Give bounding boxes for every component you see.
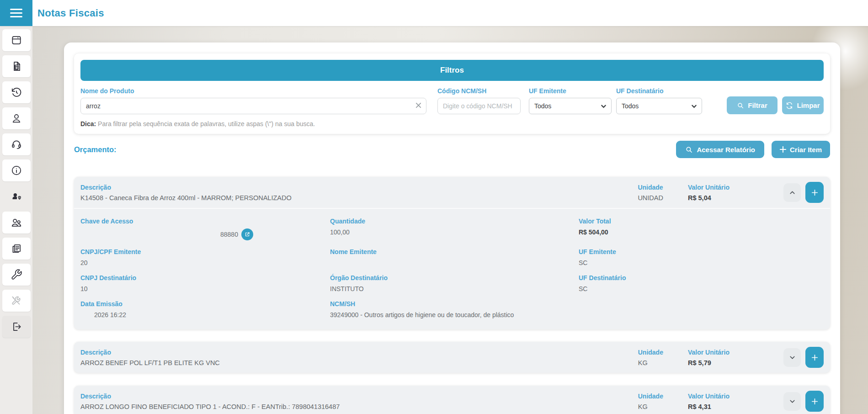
item-header: Descrição K14508 - Caneca Fibra de Arroz… [74, 177, 830, 208]
uf-destinatario-selected-value: Todos [622, 102, 639, 110]
search-icon [737, 102, 744, 109]
ncm-input[interactable] [437, 98, 521, 114]
expand-item-button[interactable] [783, 392, 801, 411]
item-unit: KG [638, 359, 663, 366]
item-description: ARROZ BENEF POL LF/T1 PB ELITE KG VNC [80, 359, 620, 366]
description-label: Descrição [80, 393, 620, 400]
sidebar-item-user[interactable] [2, 107, 31, 129]
pos-terminal-icon [11, 34, 22, 46]
product-label: Nome do Produto [80, 87, 426, 95]
uf-destinatario-select[interactable]: Todos [616, 98, 702, 114]
users-icon [11, 217, 22, 228]
filters-card: Filtros Nome do Produto Código NCM/SH [74, 53, 830, 134]
unit-price-label: Valor Unitário [688, 184, 730, 191]
cnpj-destinatario-value: 10 [80, 285, 330, 292]
cnpj-emitente-label: CNPJ/CPF Emitente [80, 248, 330, 255]
hint-prefix: Dica: [80, 120, 96, 127]
filter-hint: Dica: Para filtrar pela sequência exata … [80, 120, 824, 127]
close-icon [415, 102, 421, 108]
unit-label: Unidade [638, 393, 663, 400]
item-card: Descrição K14508 - Caneca Fibra de Arroz… [74, 177, 830, 329]
sidebar-item-tools[interactable] [2, 290, 31, 312]
uf-destinatario-field-group: UF Destinatário Todos [616, 87, 702, 114]
sidebar-item-history[interactable] [2, 81, 31, 103]
uf-emitente-detail-value: SC [579, 259, 824, 266]
user-icon [11, 112, 22, 124]
filters-title: Filtros [80, 60, 824, 81]
ncm-detail-label: NCM/SH [330, 300, 579, 308]
unit-label: Unidade [638, 184, 663, 191]
unit-price-label: Valor Unitário [688, 393, 730, 400]
sidebar-item-support[interactable] [2, 133, 31, 155]
item-header: Descrição ARROZ LONGO FINO BENEFICIADO T… [74, 386, 830, 414]
clear-product-button[interactable] [414, 102, 422, 110]
headset-icon [11, 138, 22, 150]
chave-acesso-value: 88880 [220, 231, 238, 238]
chevron-down-icon [788, 354, 796, 361]
sidebar-item-invoices[interactable] [2, 55, 31, 77]
create-item-button[interactable]: Criar Item [772, 141, 830, 158]
nome-emitente-label: Nome Emitente [330, 248, 579, 255]
external-link-icon [245, 232, 250, 237]
tools-icon [11, 295, 22, 307]
expand-item-button[interactable] [783, 348, 801, 367]
main-background: Filtros Nome do Produto Código NCM/SH [32, 26, 868, 414]
cnpj-emitente-value: 20 [80, 259, 330, 266]
sidebar-item-user-shield[interactable] [2, 186, 31, 207]
main-panel: Filtros Nome do Produto Código NCM/SH [64, 42, 840, 414]
add-item-button[interactable] [805, 347, 824, 368]
add-item-button[interactable] [805, 182, 824, 203]
access-report-button[interactable]: Acessar Relatório [676, 141, 764, 158]
uf-emitente-select[interactable]: Todos [529, 98, 612, 114]
quantidade-value: 100,00 [330, 228, 579, 236]
plus-icon [811, 189, 819, 196]
product-input[interactable] [80, 98, 426, 114]
nome-emitente-value [330, 259, 579, 266]
sidebar-item-logout[interactable] [2, 316, 31, 338]
hint-text: Para filtrar pela sequência exata de pal… [96, 120, 315, 127]
uf-destinatario-label: UF Destinatário [616, 87, 702, 95]
item-unit-price: R$ 4,31 [688, 403, 730, 410]
plus-icon [811, 354, 819, 361]
history-icon [11, 86, 22, 98]
sidebar-item-terminal[interactable] [2, 29, 31, 51]
budget-label: Orçamento: [74, 145, 117, 154]
filtrar-button[interactable]: Filtrar [727, 96, 777, 114]
invoice-icon [11, 60, 22, 72]
uf-emitente-selected-value: Todos [534, 102, 551, 110]
item-details: Chave de Acesso 88880 Quantidade 100,00 [74, 208, 830, 329]
hamburger-menu-button[interactable] [0, 0, 32, 26]
refresh-icon [786, 102, 793, 109]
sidebar [0, 26, 32, 414]
logout-icon [11, 321, 22, 333]
add-item-button[interactable] [805, 391, 824, 412]
collapse-item-button[interactable] [783, 183, 801, 202]
sidebar-item-settings[interactable] [2, 264, 31, 286]
ncm-detail-value: 39249000 - Outros artigos de higiene ou … [330, 311, 579, 318]
chevron-down-icon [788, 398, 796, 405]
uf-destinatario-detail-value: SC [579, 285, 824, 292]
uf-destinatario-detail-label: UF Destinatário [579, 274, 824, 281]
info-icon [11, 165, 22, 176]
quantidade-label: Quantidade [330, 218, 579, 225]
sidebar-item-users[interactable] [2, 212, 31, 234]
plus-icon [780, 146, 786, 153]
unit-price-label: Valor Unitário [688, 349, 730, 356]
chave-acesso-label: Chave de Acesso [80, 218, 330, 225]
open-chave-button[interactable] [241, 228, 253, 240]
documents-icon [11, 243, 22, 255]
valor-total-label: Valor Total [579, 218, 824, 225]
hamburger-icon [10, 9, 22, 10]
sidebar-item-info[interactable] [2, 159, 31, 181]
data-emissao-label: Data Emissão [80, 300, 330, 308]
orgao-destinatario-value: INSTITUTO [330, 285, 579, 292]
valor-total-value: R$ 504,00 [579, 228, 824, 236]
uf-emitente-label: UF Emitente [529, 87, 612, 95]
description-label: Descrição [80, 349, 620, 356]
sidebar-item-documents[interactable] [2, 238, 31, 260]
page-title: Notas Fiscais [37, 7, 104, 19]
cnpj-destinatario-label: CNPJ Destinatário [80, 274, 330, 281]
limpar-button[interactable]: Limpar [782, 96, 824, 114]
chevron-up-icon [788, 189, 796, 196]
uf-emitente-field-group: UF Emitente Todos [529, 87, 612, 114]
